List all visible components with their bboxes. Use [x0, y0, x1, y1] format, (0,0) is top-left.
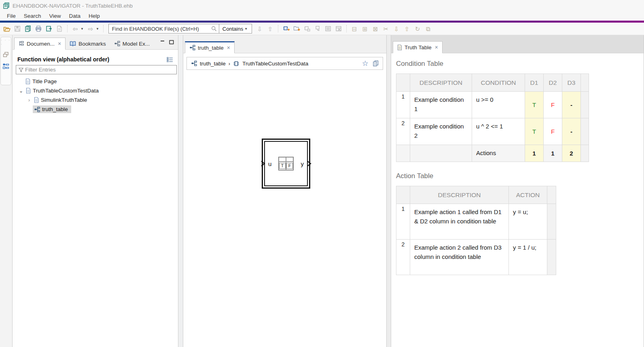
page-icon	[34, 97, 39, 103]
tab-bookmarks[interactable]: Bookmarks	[66, 38, 110, 50]
palette-drag-handle[interactable]: · · · ·	[1, 38, 11, 46]
tab-documents[interactable]: Documen... ×	[14, 38, 66, 50]
tree-item-truth-table[interactable]: truth_table	[13, 105, 178, 114]
find-box: Contains ▼	[108, 24, 252, 34]
action-row[interactable]: 1 Example action 1 called from D1 & D2 c…	[396, 204, 556, 240]
model-option-icon[interactable]	[303, 24, 311, 33]
restore-window-icon[interactable]	[3, 52, 9, 57]
condition-description[interactable]: Example condition 2	[410, 118, 472, 145]
tab-truth-table-model[interactable]: truth_table ×	[185, 41, 235, 53]
search-icon[interactable]	[209, 26, 219, 32]
open-handbook-icon[interactable]	[23, 24, 32, 33]
d3-cell[interactable]: -	[562, 92, 581, 118]
d1-cell[interactable]: T	[525, 92, 544, 118]
structure-view-icon[interactable]	[2, 63, 9, 69]
forward-icon[interactable]: ⇨	[86, 24, 95, 33]
favorite-star-icon[interactable]: ☆	[362, 60, 369, 67]
close-icon[interactable]: ×	[435, 44, 438, 50]
action-row[interactable]: 2 Example action 2 called from D3 column…	[396, 240, 556, 275]
row-delete-icon[interactable]: ⊠	[371, 24, 380, 33]
condition-expression[interactable]: u ^ 2 <= 1	[472, 118, 525, 145]
save-icon[interactable]	[13, 24, 22, 33]
add-model-icon[interactable]	[282, 24, 290, 33]
condition-row[interactable]: 2 Example condition 2 u ^ 2 <= 1 T F -	[396, 118, 589, 145]
view-options-icon[interactable]	[167, 57, 173, 62]
copy-icon[interactable]	[373, 60, 379, 67]
end-column-cell	[547, 204, 556, 240]
back-icon[interactable]: ⇦	[71, 24, 80, 33]
action-code[interactable]: y = 1 / u;	[509, 240, 547, 275]
maximize-panel-icon[interactable]	[169, 40, 174, 44]
breadcrumb-item[interactable]: TruthTableCustomTestData	[242, 61, 308, 67]
filter-input[interactable]	[25, 67, 174, 73]
add-folder-icon[interactable]	[292, 24, 301, 33]
d1-header: D1	[525, 74, 544, 92]
close-icon[interactable]: ×	[227, 44, 230, 51]
d1-action-number[interactable]: 1	[525, 145, 544, 162]
chevron-down-icon[interactable]: ⌄	[18, 88, 24, 94]
tree-item-truthtablecustomtestdata[interactable]: ⌄ TruthTableCustomTestData	[13, 86, 178, 95]
tab-documents-label: Documen...	[27, 41, 55, 47]
d2-action-number[interactable]: 1	[544, 145, 562, 162]
action-header: ACTION	[509, 186, 547, 204]
action-description[interactable]: Example action 2 called from D3 column i…	[410, 240, 509, 275]
move-up-icon[interactable]: ⇧	[402, 24, 411, 33]
d3-header: D3	[562, 74, 581, 92]
filter-icon	[19, 67, 23, 72]
find-next-icon[interactable]: ⇩	[255, 24, 264, 33]
d3-action-number[interactable]: 2	[562, 145, 581, 162]
export-handbook-icon[interactable]	[44, 24, 53, 33]
condition-row[interactable]: 1 Example condition 1 u >= 0 T F -	[396, 92, 589, 118]
tree-item-title-page[interactable]: Title Page	[13, 77, 178, 86]
pdf-export-icon[interactable]	[55, 24, 64, 33]
tab-truth-table[interactable]: Truth Table ×	[393, 41, 443, 53]
model-icon	[191, 61, 197, 66]
panel-divider[interactable]	[387, 35, 391, 347]
find-previous-icon[interactable]: ⇧	[266, 24, 275, 33]
d3-cell[interactable]: -	[562, 118, 581, 145]
cascade-windows-icon[interactable]: ⧉	[424, 24, 432, 33]
condition-description[interactable]: Example condition 1	[410, 92, 472, 118]
back-history-caret-icon[interactable]: ▼	[80, 27, 84, 31]
list-view-icon[interactable]	[324, 24, 333, 33]
print-icon[interactable]	[34, 24, 43, 33]
model-link-icon[interactable]	[313, 24, 322, 33]
action-code[interactable]: y = u;	[509, 204, 547, 240]
breadcrumb-item[interactable]: truth_table	[200, 61, 226, 67]
row-add-above-icon[interactable]: ⊟	[350, 24, 359, 33]
action-description[interactable]: Example action 1 called from D1 & D2 col…	[410, 204, 509, 240]
row-add-below-icon[interactable]: ⊞	[360, 24, 369, 33]
filter-box	[16, 65, 177, 74]
empty-cell	[410, 145, 472, 162]
minimize-panel-icon[interactable]	[160, 40, 165, 44]
truth-table-block[interactable]: u T F y	[262, 139, 310, 189]
open-file-icon[interactable]	[2, 24, 11, 33]
menu-file[interactable]: File	[3, 12, 19, 20]
function-tree: Title Page ⌄ TruthTableCustomTestData › …	[13, 77, 178, 114]
restore-tree-icon[interactable]: ↻	[413, 24, 422, 33]
menu-view[interactable]: View	[46, 12, 65, 20]
truth-table-block-icon: T F	[278, 157, 294, 170]
chevron-right-icon[interactable]: ›	[26, 97, 32, 103]
contains-dropdown[interactable]: Contains ▼	[219, 24, 252, 33]
forward-history-caret-icon[interactable]: ▼	[96, 27, 99, 31]
tree-item-simulinktruthtable[interactable]: › SimulinkTruthTable	[13, 95, 178, 105]
menu-search[interactable]: Search	[20, 12, 45, 20]
menu-help[interactable]: Help	[85, 12, 104, 20]
clear-table-icon[interactable]	[334, 24, 343, 33]
d2-cell[interactable]: F	[544, 92, 562, 118]
model-canvas[interactable]: u T F y	[183, 70, 386, 328]
move-down-icon[interactable]: ⇩	[392, 24, 401, 33]
floating-palette: · · · ·	[0, 37, 11, 85]
output-port-arrow-icon	[306, 160, 312, 167]
find-input[interactable]	[109, 26, 209, 32]
cut-icon[interactable]: ✂	[381, 24, 390, 33]
d2-cell[interactable]: F	[544, 118, 562, 145]
page-icon	[25, 78, 30, 84]
d1-cell[interactable]: T	[525, 118, 544, 145]
row-number: 2	[396, 240, 410, 275]
menu-data[interactable]: Data	[66, 12, 85, 20]
close-icon[interactable]: ×	[58, 40, 61, 47]
condition-expression[interactable]: u >= 0	[472, 92, 525, 118]
tab-model-explorer[interactable]: Model Ex...	[110, 38, 154, 50]
